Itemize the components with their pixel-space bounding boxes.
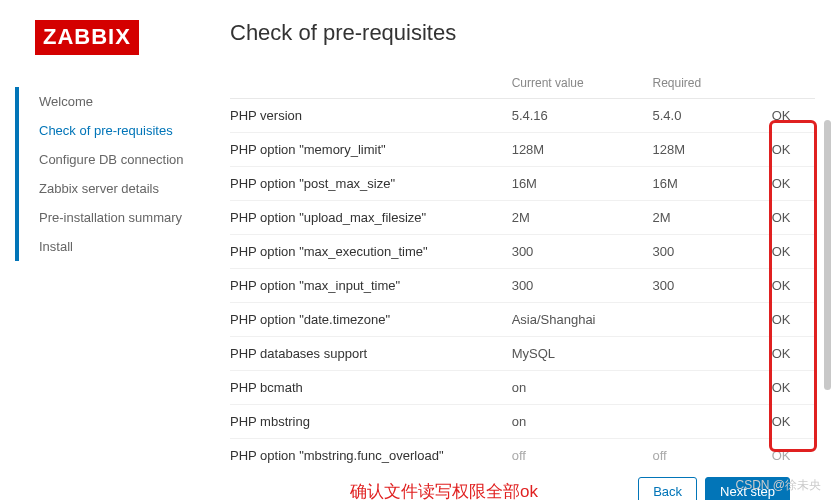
req-required [652, 303, 771, 337]
table-row: PHP databases supportMySQLOK [230, 337, 815, 371]
col-current: Current value [512, 68, 653, 99]
table-row: PHP bcmathonOK [230, 371, 815, 405]
zabbix-logo: ZABBIX [35, 20, 139, 55]
req-current: on [512, 371, 653, 405]
table-row: PHP option "max_execution_time"300300OK [230, 235, 815, 269]
req-required: 2M [652, 201, 771, 235]
req-current: Asia/Shanghai [512, 303, 653, 337]
req-status: OK [772, 235, 815, 269]
col-name [230, 68, 512, 99]
req-current: 300 [512, 269, 653, 303]
req-status: OK [772, 99, 815, 133]
req-required [652, 371, 771, 405]
req-status: OK [772, 201, 815, 235]
req-current: 16M [512, 167, 653, 201]
table-row: PHP option "post_max_size"16M16MOK [230, 167, 815, 201]
table-row: PHP version5.4.165.4.0OK [230, 99, 815, 133]
step-item[interactable]: Install [19, 232, 230, 261]
req-status: OK [772, 269, 815, 303]
req-status: OK [772, 133, 815, 167]
req-current: 5.4.16 [512, 99, 653, 133]
req-current: 128M [512, 133, 653, 167]
step-item[interactable]: Welcome [19, 87, 230, 116]
req-current: off [512, 439, 653, 466]
req-name: PHP option "upload_max_filesize" [230, 201, 512, 235]
back-button[interactable]: Back [638, 477, 697, 500]
step-item[interactable]: Pre-installation summary [19, 203, 230, 232]
requirements-table: Current value Required PHP version5.4.16… [230, 68, 815, 465]
step-item[interactable]: Check of pre-requisites [19, 116, 230, 145]
req-required: 300 [652, 269, 771, 303]
step-item[interactable]: Configure DB connection [19, 145, 230, 174]
req-name: PHP version [230, 99, 512, 133]
col-required: Required [652, 68, 771, 99]
req-name: PHP option "max_execution_time" [230, 235, 512, 269]
req-status: OK [772, 371, 815, 405]
req-status: OK [772, 439, 815, 466]
page-title: Check of pre-requisites [230, 20, 815, 46]
req-name: PHP databases support [230, 337, 512, 371]
watermark: CSDN @徐未央 [735, 477, 821, 494]
table-row: PHP option "memory_limit"128M128MOK [230, 133, 815, 167]
install-steps: WelcomeCheck of pre-requisitesConfigure … [15, 87, 230, 261]
table-row: PHP option "upload_max_filesize"2M2MOK [230, 201, 815, 235]
table-row: PHP option "date.timezone"Asia/ShanghaiO… [230, 303, 815, 337]
req-current: on [512, 405, 653, 439]
req-required: 16M [652, 167, 771, 201]
req-name: PHP option "memory_limit" [230, 133, 512, 167]
req-required: 300 [652, 235, 771, 269]
table-row: PHP option "max_input_time"300300OK [230, 269, 815, 303]
req-current: MySQL [512, 337, 653, 371]
req-required [652, 337, 771, 371]
step-item[interactable]: Zabbix server details [19, 174, 230, 203]
req-status: OK [772, 337, 815, 371]
table-row: PHP option "mbstring.func_overload"offof… [230, 439, 815, 466]
req-name: PHP option "post_max_size" [230, 167, 512, 201]
req-current: 300 [512, 235, 653, 269]
req-required: 5.4.0 [652, 99, 771, 133]
req-name: PHP option "max_input_time" [230, 269, 512, 303]
annotation-text: 确认文件读写权限全部ok [230, 480, 538, 500]
req-name: PHP mbstring [230, 405, 512, 439]
col-status [772, 68, 815, 99]
req-current: 2M [512, 201, 653, 235]
req-required: 128M [652, 133, 771, 167]
req-required: off [652, 439, 771, 466]
req-status: OK [772, 405, 815, 439]
table-row: PHP mbstringonOK [230, 405, 815, 439]
req-status: OK [772, 167, 815, 201]
scrollbar[interactable] [824, 120, 831, 390]
req-name: PHP bcmath [230, 371, 512, 405]
req-status: OK [772, 303, 815, 337]
req-name: PHP option "mbstring.func_overload" [230, 439, 512, 466]
req-required [652, 405, 771, 439]
req-name: PHP option "date.timezone" [230, 303, 512, 337]
